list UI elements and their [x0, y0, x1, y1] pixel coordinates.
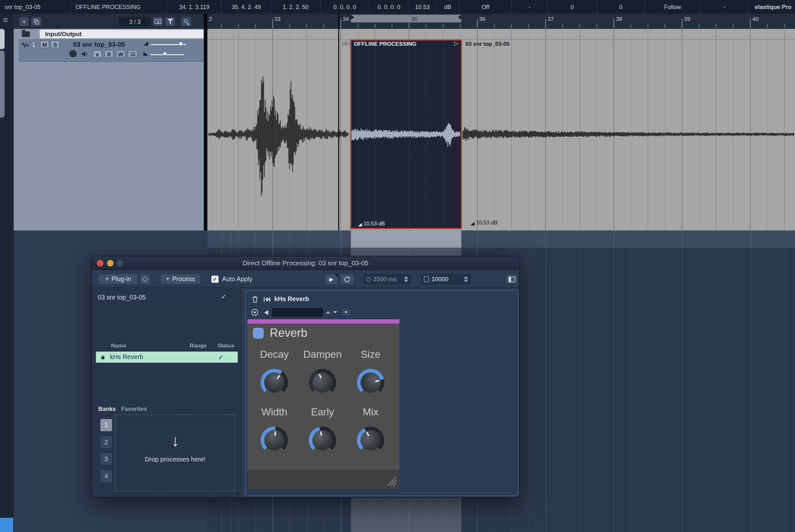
dampen-knob[interactable]	[309, 369, 336, 396]
process-list-row[interactable]: kHs Reverb ✓	[96, 352, 238, 363]
clip-gain-label: 10.53 dB	[471, 219, 497, 225]
bank-button-4[interactable]: 4	[100, 470, 112, 483]
plugin-browser-button[interactable]	[139, 274, 151, 285]
preset-down-button[interactable]	[332, 307, 339, 317]
tab-favorites[interactable]: Favorites	[121, 406, 147, 412]
ruler-ticks[interactable]	[207, 14, 795, 28]
topbar-follow-mode[interactable]: Follow	[645, 0, 701, 14]
compare-button[interactable]	[250, 307, 260, 317]
pan-slider-knob[interactable]	[163, 52, 167, 56]
panel-divider[interactable]	[204, 14, 207, 230]
write-automation-button[interactable]: W	[116, 50, 125, 58]
hamburger-menu-icon[interactable]: ≡	[3, 15, 8, 25]
panel-tab-1[interactable]	[0, 29, 4, 49]
topbar-offset-2[interactable]: 0. 0. 0. 0	[370, 0, 409, 14]
dialog-titlebar[interactable]: Direct Offline Processing: 03 snr top_03…	[92, 256, 519, 270]
toggle-panel-button[interactable]	[506, 274, 518, 284]
clock-icon	[366, 277, 371, 282]
resize-grip[interactable]	[384, 476, 397, 486]
diamond-icon	[142, 276, 148, 282]
buffer-stepper[interactable]	[464, 276, 468, 282]
zoom-button[interactable]	[181, 17, 192, 26]
monitor-speaker-icon[interactable]	[81, 51, 89, 57]
topbar-offset-1[interactable]: 0. 0. 0. 0	[321, 0, 370, 14]
bank-button-1[interactable]: 1	[100, 419, 112, 432]
clip-handle-left-icon[interactable]: ▷▷	[342, 40, 348, 46]
clip-name-label: 03 snr top_03-05	[466, 41, 510, 47]
buffer-size-field[interactable]: 10000	[421, 274, 471, 284]
gain-wedge-icon	[358, 223, 362, 226]
column-range[interactable]: Range	[190, 343, 207, 349]
project-cursor[interactable]	[338, 14, 339, 230]
column-status[interactable]: Status	[217, 343, 234, 349]
edit-channel-button[interactable]: e	[93, 50, 102, 58]
tab-banks[interactable]: Banks	[98, 406, 116, 412]
snapshot-button[interactable]	[153, 17, 163, 26]
preset-search-input[interactable]	[272, 308, 323, 317]
drop-processes-zone[interactable]: ↓ Drop processes here!	[115, 415, 235, 491]
topbar-position[interactable]: 34. 1. 3.119	[167, 0, 221, 14]
audio-waveform-icon	[21, 41, 29, 49]
mix-knob[interactable]	[357, 427, 384, 454]
bank-button-3[interactable]: 3	[100, 453, 112, 466]
process-list-pane: 03 snr top_03-05 ✓ Name Range Status kHs…	[92, 288, 241, 497]
track-name[interactable]: 03 snr top_03-05	[73, 41, 125, 48]
duplicate-button[interactable]	[31, 17, 41, 26]
window-corner-widget[interactable]	[0, 518, 13, 532]
plugin-logo-icon[interactable]	[253, 328, 264, 339]
topbar-finetune-1[interactable]: 0	[548, 0, 597, 14]
topbar-algorithm[interactable]: elastique Pro	[749, 0, 795, 14]
tail-length-field[interactable]: 2500 ms	[364, 274, 411, 284]
waveform-canvas[interactable]	[207, 29, 795, 231]
window-left-strip: ≡	[0, 14, 14, 532]
topbar-range-length[interactable]: 1. 2. 2. 50	[271, 0, 321, 14]
plugin-chain-title: kHs Reverb	[275, 295, 309, 302]
delete-process-button[interactable]	[250, 294, 260, 304]
add-process-button[interactable]: +Process	[160, 274, 201, 285]
preset-up-button[interactable]	[324, 307, 332, 317]
loop-icon	[343, 276, 351, 282]
column-name[interactable]: Name	[111, 343, 126, 349]
add-plugin-button[interactable]: +Plug-in	[98, 274, 138, 285]
solo-button[interactable]: S	[51, 41, 60, 48]
topbar-gain-value[interactable]: 10.53	[409, 0, 437, 14]
size-knob[interactable]	[357, 369, 384, 396]
circle-dot-icon	[251, 308, 259, 316]
panel-tab-2[interactable]	[0, 51, 4, 117]
bank-button-2[interactable]: 2	[100, 436, 112, 449]
audition-button[interactable]: ▶	[324, 274, 338, 285]
folder-icon[interactable]	[22, 32, 30, 37]
topbar-transpose[interactable]: Off	[459, 0, 512, 14]
volume-slider-knob[interactable]	[178, 41, 183, 46]
track-options-button[interactable]	[128, 50, 137, 58]
reset-to-default-button[interactable]	[262, 294, 271, 304]
add-track-button[interactable]: +	[19, 17, 29, 26]
event-display-area[interactable]: ▷▷ OFFLINE PROCESSING ▷ 03 snr top_03-05…	[207, 29, 795, 231]
read-automation-button[interactable]: R	[105, 50, 113, 58]
source-status-check: ✓	[221, 293, 226, 301]
preset-menu-button[interactable]: ▼	[341, 308, 351, 316]
process-name: kHs Reverb	[110, 354, 143, 361]
topbar-range-end[interactable]: 35. 4. 2. 49	[222, 0, 271, 14]
auto-apply-checkbox[interactable]: ✓	[211, 276, 219, 283]
audio-track-header[interactable]: 1 M S 03 snr top_03-05 e R W	[19, 39, 204, 62]
topbar-finetune-2[interactable]: 0	[597, 0, 645, 14]
dialog-toolbar: +Plug-in +Process ✓ Auto Apply ▶ 2500 ms…	[92, 270, 519, 288]
filter-button[interactable]	[165, 17, 175, 26]
decay-knob[interactable]	[261, 369, 288, 396]
pan-slider[interactable]	[150, 54, 184, 55]
previous-preset-button[interactable]	[261, 307, 271, 317]
mute-button[interactable]: M	[40, 41, 49, 48]
width-knob[interactable]	[261, 427, 288, 454]
audition-loop-button[interactable]	[340, 274, 354, 285]
clip-handle-right-icon[interactable]: ▷	[454, 40, 458, 46]
ruler-selection-range[interactable]	[351, 15, 461, 23]
early-knob[interactable]	[309, 427, 336, 454]
selection-right-handle[interactable]	[458, 15, 461, 20]
folder-track-header[interactable]: Input/Output	[40, 29, 204, 38]
knob-cell-size: Size	[348, 348, 394, 396]
record-enable-button[interactable]	[70, 50, 77, 57]
tail-stepper[interactable]	[404, 276, 408, 282]
selection-left-handle[interactable]	[351, 15, 354, 20]
topbar-clip-name: snr top_03-05	[0, 0, 71, 14]
